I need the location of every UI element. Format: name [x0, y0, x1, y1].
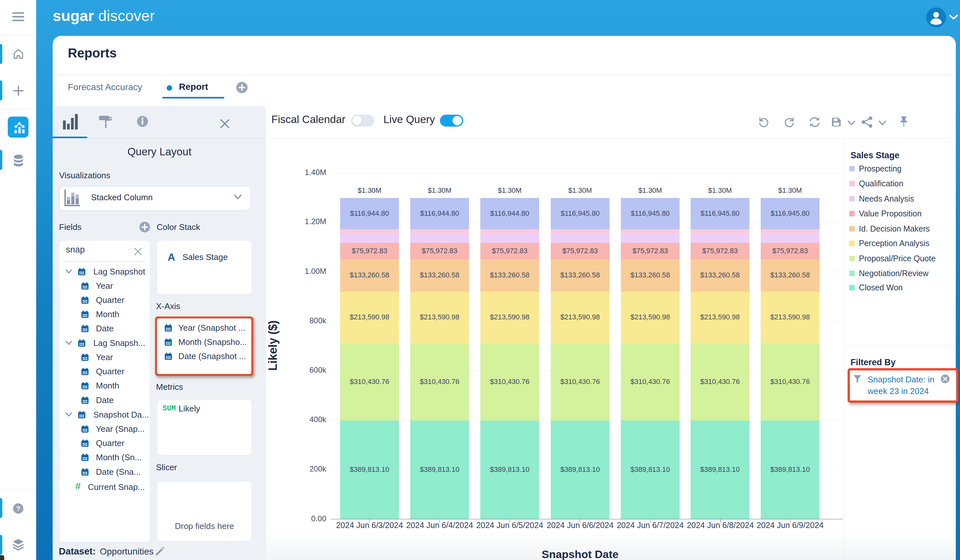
svg-text:?: ?: [16, 505, 20, 512]
